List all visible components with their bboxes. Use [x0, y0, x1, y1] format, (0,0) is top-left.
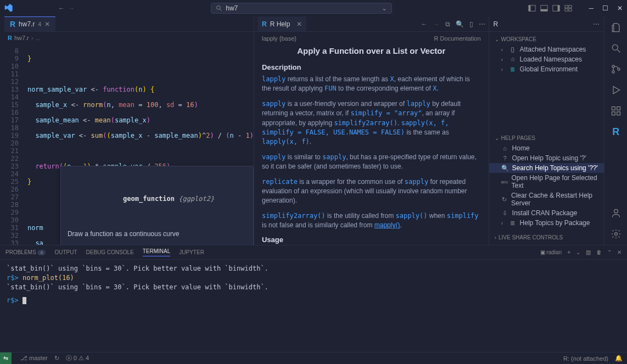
split-terminal-icon[interactable]: ▥ [586, 249, 591, 255]
help-doc-label: R Documentation [434, 35, 481, 42]
nav-forward-icon[interactable]: → [433, 20, 440, 28]
svg-rect-10 [565, 9, 568, 11]
help-install-cran[interactable]: ⇩Install CRAN Package [489, 208, 604, 218]
maximize-panel-icon[interactable]: ⌃ [607, 249, 612, 255]
list-icon: ≣ [509, 220, 517, 227]
bottom-panel: PROBLEMS 4 OUTPUT DEBUG CONSOLE TERMINAL… [0, 245, 627, 352]
maximize-icon[interactable]: ☐ [602, 4, 608, 12]
hover-signature: geom_function {ggplot2} [68, 187, 247, 210]
remote-indicator[interactable]: ⇋ [0, 352, 12, 365]
tab-terminal[interactable]: TERMINAL [143, 248, 171, 256]
nav-back-icon[interactable]: ← [421, 20, 428, 28]
r-sidebar: R ⋯ ⌄Workspace ›{}Attached Namespaces ›☆… [489, 16, 604, 245]
help-title: Apply a Function over a List or Vector [262, 46, 481, 55]
tab-output[interactable]: OUTPUT [54, 249, 77, 255]
section-workspace[interactable]: ⌄Workspace [489, 34, 604, 44]
editor-group: R hw7.r 4 ✕ R hw7.r › ... 89101112131415… [4, 16, 254, 245]
help-by-package[interactable]: ›≣Help Topics by Package [489, 218, 604, 228]
breadcrumb[interactable]: R hw7.r › ... [4, 32, 254, 44]
tab-close-icon[interactable]: ✕ [44, 20, 50, 28]
chevron-right-icon: › [31, 35, 33, 41]
search-input[interactable] [226, 4, 378, 12]
layout-controls [528, 4, 572, 12]
problems-status[interactable]: ⓧ 0 ⚠ 4 [66, 354, 89, 362]
minimize-icon[interactable]: ─ [589, 4, 594, 12]
help-search-topics[interactable]: 🔍Search Help Topics using '??' [489, 163, 604, 173]
r-status[interactable]: R: (not attached) [563, 355, 608, 362]
help-content[interactable]: lapply {base} R Documentation Apply a Fu… [254, 32, 489, 245]
tab-r-help[interactable]: R R Help ✕ [257, 16, 306, 31]
files-icon[interactable] [611, 22, 622, 33]
book-icon[interactable]: ▯ [469, 20, 473, 28]
search-icon[interactable]: 🔍 [456, 20, 464, 28]
nav-back-icon[interactable]: ← [58, 4, 65, 12]
home-icon: ⌂ [501, 145, 509, 152]
svg-rect-11 [569, 9, 572, 11]
search-icon: 🔍 [501, 165, 509, 172]
close-panel-icon[interactable]: ✕ [617, 249, 622, 255]
r-extension-icon[interactable]: R [612, 126, 619, 138]
command-center-search[interactable]: ⌄ [211, 3, 392, 14]
notifications-icon[interactable]: 🔔 [615, 355, 623, 362]
sync-icon[interactable]: ↻ [54, 355, 59, 362]
svg-point-15 [612, 71, 614, 73]
terminal-body[interactable]: `stat_bin()` using `bins = 30`. Pick bet… [0, 260, 627, 352]
help-selected-text[interactable]: abcOpen Help Page for Selected Text [489, 173, 604, 191]
git-branch[interactable]: ⎇ master [20, 355, 48, 362]
help-p3: vapply is similar to sapply, but has a p… [262, 153, 481, 172]
help-section-usage: Usage [262, 236, 481, 244]
workspace-global[interactable]: ›≣Global Environment [489, 64, 604, 74]
open-external-icon[interactable]: ⧉ [445, 20, 450, 28]
code-content[interactable]: } norm_sample_var <- function(n) { sampl… [23, 44, 254, 245]
section-help-pages[interactable]: ⌄Help Pages [489, 133, 604, 143]
svg-rect-8 [565, 5, 568, 8]
help-open-topic[interactable]: ?Open Help Topic using '?' [489, 153, 604, 163]
tab-jupyter[interactable]: JUPYTER [179, 249, 204, 255]
tab-hw7[interactable]: R hw7.r 4 ✕ [4, 16, 55, 31]
section-live-share[interactable]: ›Live Share Controls [489, 232, 604, 243]
mapply-link[interactable]: mapply() [374, 221, 400, 229]
help-clear-cache[interactable]: ↻Clear Cache & Restart Help Server [489, 191, 604, 208]
workspace-loaded[interactable]: ›☆Loaded Namespaces [489, 54, 604, 64]
help-tab-label: R Help [270, 20, 290, 28]
workspace-attached[interactable]: ›{}Attached Namespaces [489, 44, 604, 54]
tab-close-icon[interactable]: ✕ [296, 20, 302, 28]
svg-rect-7 [558, 5, 560, 12]
terminal-line: r$> norm_plot(16) [7, 273, 620, 283]
download-icon: ⇩ [501, 210, 509, 217]
more-icon[interactable]: ⋯ [593, 20, 600, 28]
refresh-icon: ↻ [501, 196, 508, 203]
source-control-icon[interactable] [611, 64, 622, 75]
new-terminal-icon[interactable]: + [567, 249, 570, 255]
trash-icon[interactable]: 🗑 [596, 249, 602, 255]
tab-filename: hw7.r [19, 20, 35, 28]
layout-bottom-icon[interactable] [540, 4, 548, 12]
search-icon[interactable] [611, 43, 622, 54]
layout-custom-icon[interactable] [564, 4, 572, 12]
terminal-shell-label[interactable]: ▣ radian [540, 249, 562, 255]
question-icon: ? [501, 155, 509, 161]
nav-history: ← → [58, 4, 75, 12]
settings-gear-icon[interactable] [611, 228, 622, 239]
account-icon[interactable] [611, 208, 622, 219]
hover-short-desc: Draw a function as a continuous curve [68, 230, 247, 238]
layout-right-icon[interactable] [552, 4, 560, 12]
activitybar-left [0, 16, 4, 245]
vscode-logo-icon [4, 4, 13, 13]
chevron-down-icon[interactable]: ⌄ [382, 4, 387, 12]
terminal-cursor [23, 297, 26, 304]
close-icon[interactable]: ✕ [617, 4, 623, 12]
help-home[interactable]: ⌂Home [489, 143, 604, 153]
r-sidebar-header: R ⋯ [489, 16, 604, 32]
tab-debug-console[interactable]: DEBUG CONSOLE [86, 249, 133, 255]
svg-point-22 [614, 233, 617, 236]
run-debug-icon[interactable] [611, 85, 622, 96]
svg-point-14 [612, 65, 614, 68]
layout-left-icon[interactable] [528, 4, 536, 12]
tab-problems[interactable]: PROBLEMS 4 [5, 249, 46, 255]
nav-forward-icon[interactable]: → [68, 4, 75, 12]
extensions-icon[interactable] [611, 105, 622, 116]
terminal-dropdown-icon[interactable]: ⌄ [576, 249, 580, 255]
editor-body[interactable]: 8910111213141516171819202122232425262728… [4, 44, 254, 245]
more-icon[interactable]: ⋯ [479, 20, 485, 28]
